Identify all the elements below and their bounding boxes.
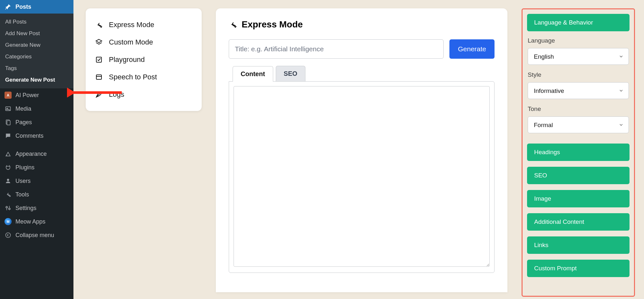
- mode-custom[interactable]: Custom Mode: [90, 34, 198, 51]
- tools-icon: [5, 191, 12, 198]
- sidebar-item-media[interactable]: Media: [0, 102, 73, 115]
- accordion-links[interactable]: Links: [527, 236, 630, 254]
- menu-separator: [0, 143, 73, 147]
- settings-icon: [5, 204, 12, 212]
- wp-admin-sidebar: Posts All Posts Add New Post Generate Ne…: [0, 0, 73, 299]
- sidebar-item-settings[interactable]: Settings: [0, 201, 73, 215]
- sidebar-item-plugins[interactable]: Plugins: [0, 161, 73, 174]
- pages-icon: [5, 119, 12, 126]
- mode-playground[interactable]: Playground: [90, 51, 198, 68]
- accordion-body-language: Language English Style Informative: [527, 37, 630, 144]
- accordion-language-behavior[interactable]: Language & Behavior: [527, 14, 630, 31]
- mode-label: Custom Mode: [109, 38, 153, 46]
- style-label: Style: [528, 71, 629, 78]
- users-icon: [5, 177, 12, 184]
- checkbox-icon: [95, 55, 103, 64]
- panel-icon: [95, 73, 103, 81]
- language-label: Language: [528, 37, 629, 44]
- sidebar-item-label: Collapse menu: [15, 232, 54, 239]
- sidebar-item-collapse[interactable]: Collapse menu: [0, 228, 73, 242]
- tab-body: [229, 81, 495, 273]
- svg-point-7: [6, 233, 11, 238]
- submenu-generate-new-post[interactable]: Generate New Post: [0, 74, 73, 86]
- comments-icon: [5, 132, 12, 139]
- collapse-icon: [5, 232, 12, 239]
- accordion-image[interactable]: Image: [527, 190, 630, 207]
- svg-point-4: [7, 179, 9, 181]
- tab-content[interactable]: Content: [233, 66, 273, 82]
- wrench-icon: [95, 21, 103, 29]
- style-select[interactable]: Informative: [528, 82, 629, 99]
- submenu-add-new-post[interactable]: Add New Post: [0, 28, 73, 39]
- sidebar-item-label: Pages: [15, 119, 32, 126]
- svg-rect-3: [7, 121, 10, 125]
- sidebar-item-meow-apps[interactable]: M Meow Apps: [0, 215, 73, 228]
- submenu-all-posts[interactable]: All Posts: [0, 16, 73, 28]
- editor-heading-text: Express Mode: [242, 19, 303, 30]
- mode-label: Playground: [109, 55, 145, 64]
- sidebar-item-pages[interactable]: Pages: [0, 115, 73, 129]
- wrench-icon: [229, 20, 237, 29]
- tab-seo[interactable]: SEO: [276, 66, 305, 81]
- mode-speech-to-post[interactable]: Speech to Post: [90, 68, 198, 86]
- submenu-categories[interactable]: Categories: [0, 51, 73, 63]
- app-root: Posts All Posts Add New Post Generate Ne…: [0, 0, 644, 299]
- sidebar-item-label: Meow Apps: [15, 218, 45, 225]
- ai-badge-icon: A: [5, 92, 12, 99]
- sidebar-item-tools[interactable]: Tools: [0, 188, 73, 201]
- posts-submenu: All Posts Add New Post Generate New Cate…: [0, 14, 73, 88]
- feather-icon: [95, 90, 103, 99]
- mode-logs[interactable]: Logs: [90, 86, 198, 103]
- sidebar-item-label: AI Power: [15, 92, 39, 99]
- title-row: Generate: [229, 39, 495, 59]
- sidebar-item-label: Tools: [15, 191, 29, 198]
- sidebar-item-posts[interactable]: Posts: [0, 0, 73, 14]
- mode-label: Express Mode: [109, 21, 154, 29]
- editor-panel: Express Mode Generate Content SEO: [216, 8, 507, 292]
- accordion-custom-prompt[interactable]: Custom Prompt: [527, 260, 630, 277]
- svg-rect-9: [96, 75, 101, 79]
- editor-heading: Express Mode: [229, 19, 495, 30]
- plugins-icon: [5, 164, 12, 171]
- settings-panel: Language & Behavior Language English Sty…: [522, 8, 635, 297]
- layers-icon: [95, 38, 103, 46]
- sidebar-item-comments[interactable]: Comments: [0, 129, 73, 143]
- main-content: Express Mode Custom Mode Playground Spee…: [73, 0, 644, 299]
- accordion-additional-content[interactable]: Additional Content: [527, 213, 630, 231]
- sidebar-item-label: Media: [15, 105, 31, 112]
- sidebar-item-label: Plugins: [15, 164, 34, 171]
- sidebar-item-users[interactable]: Users: [0, 174, 73, 188]
- sidebar-item-label: Posts: [15, 4, 31, 10]
- pin-icon: [5, 3, 12, 10]
- svg-rect-6: [9, 208, 10, 209]
- submenu-tags[interactable]: Tags: [0, 63, 73, 74]
- sidebar-item-label: Users: [15, 178, 31, 184]
- mode-express[interactable]: Express Mode: [90, 16, 198, 34]
- tone-select[interactable]: Formal: [528, 116, 629, 133]
- media-icon: [5, 105, 12, 112]
- meow-badge-icon: M: [5, 218, 12, 225]
- accordion-headings[interactable]: Headings: [527, 144, 630, 161]
- mode-panel: Express Mode Custom Mode Playground Spee…: [86, 8, 202, 111]
- svg-rect-5: [6, 207, 7, 208]
- title-input[interactable]: [229, 39, 444, 59]
- mode-label: Logs: [109, 90, 124, 99]
- submenu-generate-new[interactable]: Generate New: [0, 39, 73, 51]
- sidebar-item-ai-power[interactable]: A AI Power: [0, 88, 73, 102]
- content-textarea[interactable]: [234, 86, 490, 267]
- sidebar-item-label: Settings: [15, 205, 36, 212]
- language-select[interactable]: English: [528, 48, 629, 65]
- appearance-icon: [5, 150, 12, 157]
- svg-rect-8: [96, 57, 101, 62]
- sidebar-item-appearance[interactable]: Appearance: [0, 147, 73, 161]
- editor-tabs: Content SEO: [233, 66, 495, 81]
- tone-label: Tone: [528, 105, 629, 113]
- sidebar-item-label: Appearance: [15, 151, 47, 157]
- accordion-seo[interactable]: SEO: [527, 167, 630, 184]
- mode-label: Speech to Post: [109, 73, 157, 81]
- sidebar-item-label: Comments: [15, 133, 43, 139]
- generate-button[interactable]: Generate: [449, 39, 495, 59]
